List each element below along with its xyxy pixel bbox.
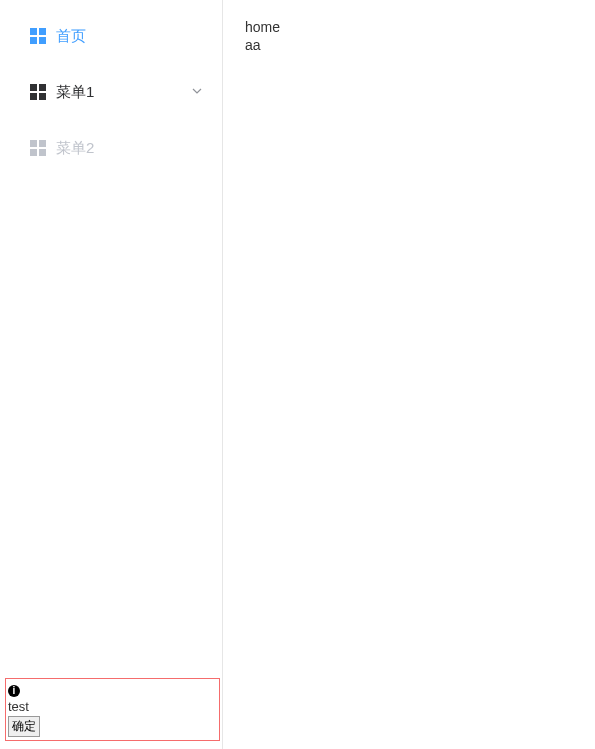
grid-icon	[30, 28, 46, 44]
content-line-1: home	[245, 18, 573, 36]
dialog-message: test	[8, 699, 217, 714]
sidebar: 首页 菜单1 菜单2	[0, 0, 223, 749]
sidebar-item-label: 菜单2	[56, 139, 202, 158]
sidebar-item-menu1[interactable]: 菜单1	[0, 64, 222, 120]
confirm-button[interactable]: 确定	[8, 716, 40, 737]
chevron-down-icon	[192, 85, 202, 99]
main-content: home aa	[223, 0, 595, 749]
grid-icon	[30, 84, 46, 100]
grid-icon	[30, 140, 46, 156]
sidebar-item-label: 首页	[56, 27, 202, 46]
message-dialog: i test 确定	[5, 678, 220, 741]
sidebar-item-label: 菜单1	[56, 83, 192, 102]
info-icon: i	[8, 685, 20, 697]
sidebar-item-menu2: 菜单2	[0, 120, 222, 176]
sidebar-item-home[interactable]: 首页	[0, 8, 222, 64]
content-line-2: aa	[245, 36, 573, 54]
